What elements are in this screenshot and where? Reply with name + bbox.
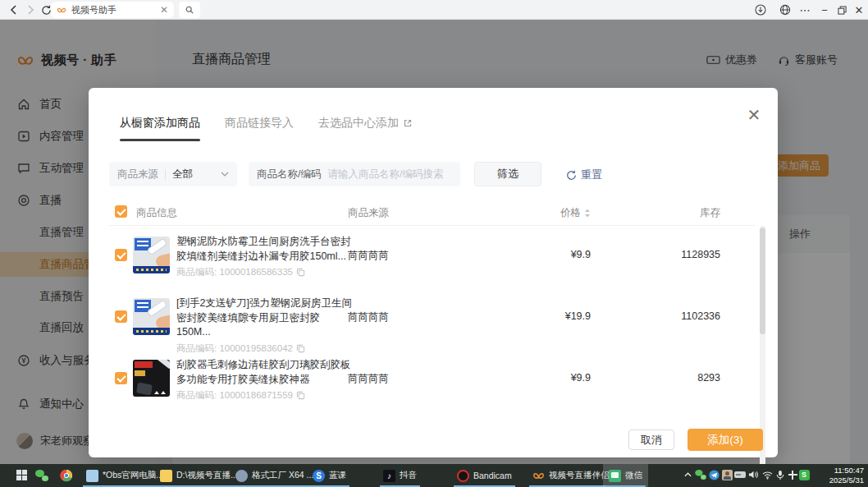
browser-back-icon[interactable] <box>7 3 20 16</box>
tab-label: 商品链接导入 <box>225 116 294 131</box>
select-all-checkbox[interactable] <box>115 205 127 218</box>
window-close-icon[interactable]: ✕ <box>850 2 868 17</box>
taskbar-app-formatfactory[interactable]: 格式工厂 X64 ... <box>230 464 319 487</box>
taskbar-app-lanke[interactable]: S 蓝课 <box>307 464 352 487</box>
wechat-icon <box>35 470 48 481</box>
volume-icon[interactable] <box>747 468 760 481</box>
wechat-taskbar-icon[interactable] <box>34 468 49 483</box>
external-link-icon <box>403 118 413 128</box>
row-checkbox[interactable] <box>115 310 127 323</box>
reset-button[interactable]: 重置 <box>566 168 602 182</box>
browser-forward-icon[interactable] <box>24 3 37 16</box>
col-product-info: 商品信息 <box>136 206 177 220</box>
window-restore-icon[interactable] <box>833 2 851 17</box>
tab-label: 从橱窗添加商品 <box>120 116 200 131</box>
divider <box>165 169 166 180</box>
add-products-modal: ✕ 从橱窗添加商品 商品链接导入 去选品中心添加 商品来源 全部 商品名称/编码… <box>89 88 778 457</box>
product-name: [到手2支送铲刀]强力塑钢泥厨房卫生间密封胶美缝填隙专用厨卫密封胶150M... <box>176 296 352 340</box>
window-minimize-icon[interactable]: − <box>815 2 834 17</box>
chrome-taskbar-icon[interactable] <box>59 468 74 483</box>
download-icon[interactable] <box>752 2 770 17</box>
row-checkbox[interactable] <box>115 249 127 261</box>
product-price: ¥9.9 <box>515 249 591 260</box>
tab-go-selection-center[interactable]: 去选品中心添加 <box>318 116 413 141</box>
chrome-icon <box>60 469 73 482</box>
taskbar-app-label: 微信 <box>625 470 642 481</box>
taskbar-app-bandicam[interactable]: Bandicam <box>451 464 518 487</box>
tab-label: 去选品中心添加 <box>318 116 399 131</box>
product-name: 刮胶器毛刺修边清硅胶刮刀璃胶刮胶板多功能专用打胶美缝抹胶神器 <box>176 358 352 387</box>
screen: 视频号助手 ✕ ⋯ − ✕ 视频号 · 助手 首页 <box>0 0 868 487</box>
taskbar-app-wechat[interactable]: 微信 <box>603 464 648 487</box>
clock-date: 2025/5/31 <box>829 476 864 485</box>
product-stock: 1128935 <box>655 249 720 260</box>
product-name: 塑钢泥防水防霉卫生间厨房洗手台密封胶填缝剂美缝封边补漏专用胶150ml... <box>176 235 352 264</box>
taskbar: *Obs官网电脑... D:\视频号直播... 格式工厂 X64 ... S 蓝… <box>0 464 868 487</box>
row-checkbox[interactable] <box>115 372 127 384</box>
taskbar-app-label: 抖音 <box>400 470 417 481</box>
clock-time: 11:50:47 <box>829 466 864 476</box>
table-row[interactable]: [到手2支送铲刀]强力塑钢泥厨房卫生间密封胶美缝填隙专用厨卫密封胶150M...… <box>89 290 778 344</box>
tiktok-icon: ♪ <box>383 470 395 482</box>
notepad-icon <box>86 470 98 482</box>
product-image <box>133 298 170 335</box>
taskbar-app-label: D:\视频号直播... <box>176 470 238 481</box>
product-code: 商品编码: 10000186586335 <box>176 266 293 278</box>
table-row[interactable]: 刮胶器毛刺修边清硅胶刮刀璃胶刮胶板多功能专用打胶美缝抹胶神器 商品编码: 100… <box>89 351 778 406</box>
source-select[interactable]: 商品来源 全部 <box>109 162 237 186</box>
tray-green-s-icon[interactable]: S <box>797 468 811 481</box>
tray-telegram-icon[interactable] <box>707 468 720 481</box>
filter-button[interactable]: 筛选 <box>474 162 541 186</box>
col-product-source: 商品来源 <box>348 206 389 220</box>
confirm-add-button[interactable]: 添加(3) <box>688 429 763 451</box>
col-stock: 库存 <box>655 206 720 220</box>
chevron-down-icon <box>221 172 229 177</box>
tab-close-icon[interactable]: ✕ <box>160 5 168 15</box>
tab-search-button[interactable] <box>179 2 200 18</box>
start-button[interactable] <box>15 468 30 483</box>
tab-import-by-link[interactable]: 商品链接导入 <box>225 116 294 141</box>
folder-icon <box>160 470 172 482</box>
modal-close-icon[interactable]: ✕ <box>745 106 763 124</box>
taskbar-app-label: 格式工厂 X64 ... <box>252 470 313 481</box>
wechat-monitor-icon <box>609 470 621 482</box>
table-row[interactable]: 塑钢泥防水防霉卫生间厨房洗手台密封胶填缝剂美缝封边补漏专用胶150ml... 商… <box>89 228 778 283</box>
tray-avatar-icon[interactable] <box>720 468 733 481</box>
product-search-input[interactable]: 商品名称/编码 请输入商品名称/编码搜索 <box>249 162 460 186</box>
product-code: 商品编码: 10000186871559 <box>176 389 293 402</box>
product-source: 苘苘苘苘 <box>348 249 389 263</box>
tray-expand-icon[interactable] <box>681 468 694 481</box>
microphone-icon[interactable] <box>774 468 787 481</box>
col-price[interactable]: 价格 <box>515 206 591 220</box>
product-source: 苘苘苘苘 <box>348 310 389 324</box>
tray-card-icon[interactable] <box>733 468 747 481</box>
tab-add-from-showcase[interactable]: 从橱窗添加商品 <box>120 116 200 141</box>
taskbar-app-label: 视频号直播伴侣 <box>549 470 610 481</box>
copy-icon[interactable] <box>296 391 305 400</box>
cancel-button[interactable]: 取消 <box>628 430 674 450</box>
product-stock: 8293 <box>655 372 720 384</box>
taskbar-app-channels-live[interactable]: 视频号直播伴侣 <box>527 464 615 487</box>
channels-logo-icon <box>57 6 66 15</box>
sogou-s-icon: S <box>313 470 325 482</box>
product-price: ¥9.9 <box>515 372 591 384</box>
search-icon <box>185 6 194 14</box>
copy-icon[interactable] <box>296 268 305 277</box>
sort-icon <box>584 209 591 218</box>
taskbar-clock[interactable]: 11:50:47 2025/5/31 <box>829 466 864 485</box>
browser-menu-icon[interactable]: ⋯ <box>796 2 814 17</box>
format-factory-icon <box>235 470 248 482</box>
browser-tab[interactable]: 视频号助手 ✕ <box>51 2 174 18</box>
wifi-icon[interactable] <box>761 468 774 481</box>
scrollbar-thumb[interactable] <box>760 227 765 334</box>
taskbar-app-label: Bandicam <box>473 471 512 480</box>
taskbar-app-label: 蓝课 <box>329 470 346 481</box>
channels-logo-icon <box>532 471 545 481</box>
tray-wechat-icon[interactable] <box>694 468 707 481</box>
refresh-icon <box>566 170 577 181</box>
product-price: ¥19.9 <box>515 310 591 322</box>
divider <box>109 225 755 226</box>
globe-icon[interactable] <box>776 2 794 17</box>
product-source: 苘苘苘苘 <box>348 372 389 386</box>
taskbar-app-douyin[interactable]: ♪ 抖音 <box>377 464 423 487</box>
